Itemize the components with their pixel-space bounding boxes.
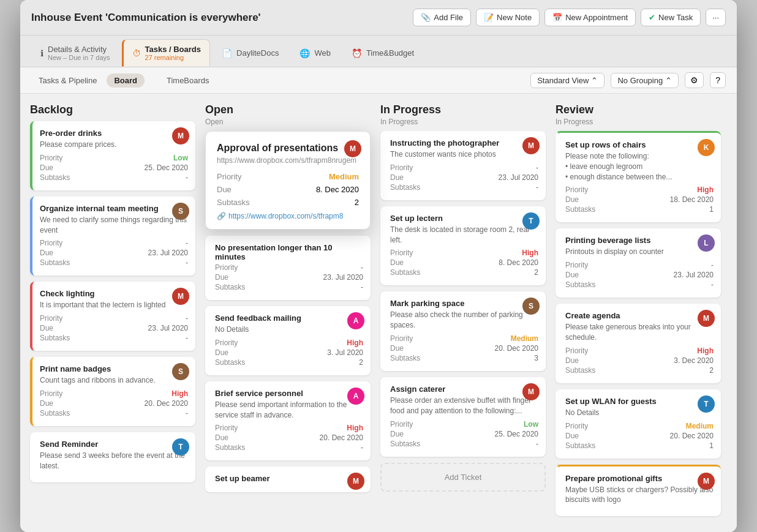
card-priority-row: Priority - (215, 263, 363, 272)
card-subtasks-row: Subtasks 1 (565, 441, 714, 450)
card-due-row: Due 20. Dec 2020 (40, 399, 188, 408)
card-mark-parking[interactable]: S Mark parking space Please also check t… (380, 291, 546, 371)
card-desc: Please note the following:• leave enough… (565, 151, 714, 182)
card-priority-row: Priority - (40, 239, 188, 247)
new-note-button[interactable]: 📝 New Note (476, 9, 540, 26)
card-subtasks-row: Subtasks - (40, 173, 188, 182)
tab-time-label: Time&Budget (366, 48, 414, 58)
card-rows-of-chairs[interactable]: K Set up rows of chairs Please note the … (556, 131, 721, 222)
new-appointment-icon: 📅 (552, 13, 562, 22)
card-priority-row: Priority Low (40, 154, 188, 162)
tab-time-budget[interactable]: ⏰ Time&Budget (342, 39, 423, 67)
tab-web[interactable]: 🌐 Web (290, 39, 340, 67)
card-desc: Maybe USB sticks or chargers? Possibly a… (565, 485, 714, 506)
card-set-up-lectern[interactable]: T Set up lectern The desk is located in … (380, 206, 546, 286)
review-title: Review (556, 103, 721, 116)
main-window: Inhouse Event 'Communication is everywhe… (20, 0, 737, 532)
popup-link[interactable]: 🔗 https://www.dropbox.com/s/tfrapm8 (217, 212, 359, 220)
board-toolbar: Tasks & Pipeline Board TimeBoards Standa… (20, 67, 737, 94)
card-print-badges[interactable]: S Print name badges Count tags and ribbo… (30, 357, 195, 426)
avatar: M (698, 310, 715, 327)
titlebar: Inhouse Event 'Communication is everywhe… (20, 0, 737, 36)
avatar: T (172, 438, 189, 455)
card-check-lighting[interactable]: M Check lighting It is important that th… (30, 282, 195, 351)
card-subtasks-row: Subtasks - (565, 280, 714, 289)
card-subtasks-row: Subtasks - (215, 443, 363, 452)
card-no-presentation[interactable]: No presentation longer than 10 minutes P… (205, 236, 371, 300)
popup-priority-row: Priority Medium (217, 172, 359, 181)
web-icon: 🌐 (299, 48, 310, 58)
open-title: Open (205, 103, 371, 116)
card-pre-order-drinks[interactable]: M Pre-order drinks Please compare prices… (30, 121, 195, 190)
card-set-up-beamer[interactable]: M Set up beamer (205, 466, 371, 492)
card-priority-row: Priority High (390, 249, 538, 257)
tasks-pipeline-tab[interactable]: Tasks & Pipeline (31, 73, 104, 88)
card-subtasks-row: Subtasks - (40, 258, 188, 267)
card-priority-row: Priority Low (390, 420, 538, 429)
card-desc: It is important that the lectern is ligh… (40, 300, 188, 310)
card-wlan-guests[interactable]: T Set up WLAN for guests No Details Prio… (556, 389, 721, 459)
card-subtasks-row: Subtasks 2 (565, 366, 714, 375)
card-desc: Please compare prices. (40, 140, 188, 150)
card-title: Brief service personnel (215, 389, 363, 398)
card-title: Assign caterer (390, 384, 538, 394)
popup-subtasks-row: Subtasks 2 (217, 198, 359, 207)
timeboards-tab[interactable]: TimeBoards (159, 73, 217, 88)
settings-button[interactable]: ⚙ (685, 72, 704, 88)
card-due-row: Due 25. Dec 2020 (40, 163, 188, 172)
card-promotional-gifts[interactable]: M Prepare promotional gifts Maybe USB st… (556, 465, 721, 517)
card-desc: Count tags and ribbons in advance. (40, 375, 188, 386)
no-grouping-select[interactable]: No Grouping ⌃ (611, 73, 679, 88)
card-instructing-photographer[interactable]: M Instructing the photographer The custo… (380, 131, 546, 200)
card-priority-row: Priority High (565, 347, 714, 355)
card-subtasks-row: Subtasks - (390, 183, 538, 192)
card-due-row: Due 8. Dec 2020 (390, 258, 538, 267)
card-brief-service[interactable]: A Brief service personnel Please send im… (205, 381, 371, 461)
card-desc: The customer wants nice photos (390, 149, 538, 160)
card-send-reminder[interactable]: T Send Reminder Please send 3 weeks befo… (30, 432, 195, 482)
card-desc: Please send important information to the… (215, 400, 363, 421)
card-title: Printing beverage lists (565, 236, 714, 245)
card-create-agenda[interactable]: M Create agenda Please take generous bre… (556, 304, 721, 383)
card-assign-caterer[interactable]: M Assign caterer Please order an extensi… (380, 377, 546, 457)
add-ticket-button[interactable]: Add Ticket (380, 463, 546, 492)
card-title: Send feedback mailing (215, 313, 363, 323)
avatar: S (172, 363, 189, 380)
tab-daylite-label: DayliteDocs (236, 48, 279, 58)
card-subtasks-row: Subtasks - (40, 334, 188, 342)
card-subtasks-row: Subtasks - (215, 283, 363, 291)
tab-tasks-label: Tasks / Boards (145, 45, 201, 54)
tab-details-label: Details & Activity (48, 45, 110, 54)
tab-daylitedocs[interactable]: 📄 DayliteDocs (213, 39, 288, 67)
avatar: M (522, 137, 540, 154)
more-button[interactable]: ··· (706, 9, 726, 26)
popup-approval-presentations[interactable]: M Approval of presentations https://www.… (205, 131, 371, 230)
tab-tasks-boards[interactable]: ⏱ Tasks / Boards 27 remaining (122, 39, 211, 67)
standard-view-select[interactable]: Standard View ⌃ (530, 73, 604, 88)
card-feedback-mailing[interactable]: A Send feedback mailing No Details Prior… (205, 306, 371, 375)
board-tab[interactable]: Board (107, 73, 145, 88)
card-priority-row: Priority - (390, 163, 538, 172)
card-printing-beverage[interactable]: L Printing beverage lists Printouts in d… (556, 228, 721, 298)
add-file-button[interactable]: 📎 Add File (413, 9, 471, 26)
card-due-row: Due 23. Jul 2020 (40, 324, 188, 332)
card-subtasks-row: Subtasks 3 (390, 354, 538, 362)
card-due-row: Due 23. Jul 2020 (40, 249, 188, 257)
card-title: Pre-order drinks (40, 129, 188, 138)
new-task-button[interactable]: ✔ New Task (641, 9, 701, 26)
new-appointment-button[interactable]: 📅 New Appointment (544, 9, 636, 26)
avatar: M (172, 127, 189, 144)
open-subtitle: Open (205, 118, 371, 126)
card-desc: No Details (565, 408, 714, 418)
card-desc: Printouts in display on counter (565, 247, 714, 257)
card-desc: Please also check the number of parking … (390, 310, 538, 331)
card-title: Set up WLAN for guests (565, 397, 714, 406)
card-title: Prepare promotional gifts (565, 474, 714, 483)
card-subtasks-row: Subtasks 2 (215, 358, 363, 367)
tab-details-activity[interactable]: ℹ Details & Activity New – Due in 7 days (31, 39, 119, 67)
avatar: T (522, 212, 540, 230)
avatar: A (347, 312, 364, 329)
help-button[interactable]: ? (710, 72, 726, 88)
card-organize-meeting[interactable]: S Organize internal team meeting We need… (30, 197, 195, 276)
daylite-icon: 📄 (222, 48, 232, 58)
